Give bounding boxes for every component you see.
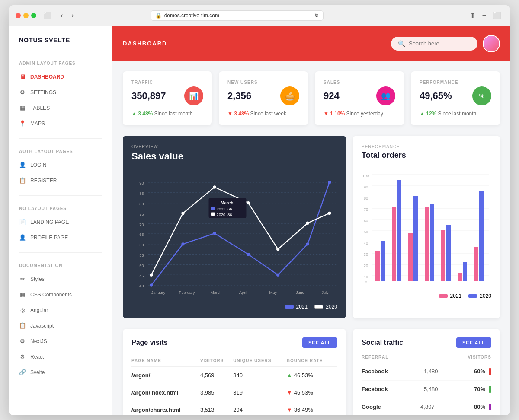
svg-text:70: 70 <box>139 222 144 226</box>
sidebar-item-react[interactable]: ⚙ React <box>9 349 112 365</box>
social-visitors: 1,480 <box>424 368 438 375</box>
avatar[interactable] <box>483 35 500 52</box>
social-see-all-btn[interactable]: SEE ALL <box>456 337 491 348</box>
social-rows: Facebook 1,480 60% Facebook 5,480 70% Go… <box>362 363 491 415</box>
stat-card-performance: PERFORMANCE 49,65% % ▲ 12% Since last mo… <box>411 71 500 125</box>
sidebar-item-tables[interactable]: ▦ TABLES <box>9 100 112 116</box>
search-input[interactable] <box>409 40 469 47</box>
minimize-dot[interactable] <box>23 13 29 18</box>
svg-point-34 <box>306 242 309 245</box>
svg-text:50: 50 <box>139 263 144 267</box>
sidebar-item-login[interactable]: 👤 LOGIN <box>9 157 112 173</box>
stat-label-traffic: TRAFFIC <box>131 80 203 85</box>
divider-1 <box>19 138 102 139</box>
sidebar-toggle-btn[interactable]: ⬜ <box>42 10 54 20</box>
svg-text:2021: 66: 2021: 66 <box>217 207 232 211</box>
svg-point-32 <box>247 252 250 255</box>
sidebar-item-label: PROFILE PAGE <box>30 235 68 241</box>
page-visits-table: PAGE NAME VISITORS UNIQUE USERS BOUNCE R… <box>131 355 337 415</box>
col-bounce: BOUNCE RATE <box>287 355 337 367</box>
sidebar-item-landing[interactable]: 📄 LANDING PAGE <box>9 214 112 230</box>
sidebar-item-styles[interactable]: ✏ Styles <box>9 271 112 287</box>
social-title: Social traffic <box>362 339 403 347</box>
sidebar-item-css[interactable]: ▦ CSS Components <box>9 287 112 302</box>
line-chart-label: OVERVIEW <box>131 144 337 149</box>
new-tab-btn[interactable]: + <box>481 10 488 20</box>
main-content: DASHBOARD 🔍 TRAFFIC <box>112 26 510 415</box>
svg-text:90: 90 <box>364 185 368 189</box>
back-btn[interactable]: ‹ <box>59 11 64 20</box>
bar-chart-card: PERFORMANCE Total orders 100 90 80 70 60… <box>353 136 500 318</box>
tabs-btn[interactable]: ⬜ <box>491 10 503 20</box>
bar-chart-svg: 100 90 80 70 60 50 40 30 20 10 0 <box>362 167 491 288</box>
legend-2021: 2021 <box>285 304 308 310</box>
svg-point-40 <box>276 248 279 251</box>
top-header: DASHBOARD 🔍 <box>112 26 510 61</box>
cell-unique: 294 <box>233 401 287 415</box>
line-chart-area: .grid-line{stroke:#3d4f6a;stroke-width:1… <box>131 169 337 299</box>
legend-label-2021: 2021 <box>296 304 308 310</box>
social-header-row: Social traffic SEE ALL <box>362 337 491 348</box>
pct-bar-wrap: 70% <box>474 386 491 393</box>
svg-rect-45 <box>211 207 215 210</box>
sidebar-item-maps[interactable]: 📍 MAPS <box>9 116 112 131</box>
svg-text:75: 75 <box>139 212 144 216</box>
share-btn[interactable]: ⬆ <box>468 10 477 20</box>
social-traffic-card: Social traffic SEE ALL REFERRAL VISITORS… <box>353 329 500 415</box>
stat-value-newusers: 2,356 <box>227 90 251 102</box>
cell-unique: 340 <box>233 366 287 384</box>
sidebar: NOTUS SVELTE ADMIN LAYOUT PAGES 🖥 DASHBO… <box>9 26 112 415</box>
forward-btn[interactable]: › <box>70 11 75 20</box>
pct-bar-wrap: 60% <box>474 368 491 375</box>
svg-rect-77 <box>430 204 434 281</box>
sidebar-item-label: CSS Components <box>30 292 72 298</box>
svg-text:July: July <box>321 290 329 295</box>
bar-legend-label-2021: 2021 <box>450 293 462 299</box>
maximize-dot[interactable] <box>31 13 36 18</box>
svg-point-36 <box>150 273 153 276</box>
search-box[interactable]: 🔍 <box>391 37 477 51</box>
sidebar-item-dashboard[interactable]: 🖥 DASHBOARD <box>9 69 112 85</box>
svg-text:70: 70 <box>364 207 368 212</box>
sidebar-item-angular[interactable]: ◎ Angular <box>9 302 112 318</box>
cell-bounce: ▼46,53% <box>287 384 337 401</box>
sidebar-item-label: LANDING PAGE <box>30 219 69 225</box>
svg-rect-76 <box>425 207 429 281</box>
page-visits-see-all-btn[interactable]: SEE ALL <box>302 337 337 348</box>
bar-legend-color-2020 <box>468 294 477 298</box>
stat-value-row-4: 49,65% % <box>420 86 491 105</box>
maps-icon: 📍 <box>19 120 26 127</box>
stat-value-row-2: 2,356 🥧 <box>227 86 299 105</box>
sidebar-item-register[interactable]: 📋 REGISTER <box>9 173 112 188</box>
section-label-nolayout: NO LAYOUT PAGES <box>9 203 112 214</box>
svg-rect-81 <box>463 262 467 281</box>
stat-icon-sales: 👥 <box>376 86 395 105</box>
section-label-auth: AUTH LAYOUT PAGES <box>9 146 112 157</box>
bar-legend-label-2020: 2020 <box>480 293 491 299</box>
browser-window: ⬜ ‹ › 🔒 demos.creative-tim.com ↻ ⬆ + ⬜ N… <box>9 5 510 415</box>
social-row: Facebook 1,480 60% <box>362 363 491 381</box>
svg-text:0: 0 <box>365 280 367 284</box>
line-chart-card: OVERVIEW Sales value .grid-line{stroke:#… <box>123 136 346 318</box>
landing-icon: 📄 <box>19 219 26 226</box>
sidebar-item-profile[interactable]: 👤 PROFILE PAGE <box>9 230 112 245</box>
svg-text:100: 100 <box>362 174 369 178</box>
sidebar-item-svelte[interactable]: 🔗 Svelte <box>9 365 112 380</box>
sidebar-item-settings[interactable]: ⚙ SETTINGS <box>9 85 112 100</box>
sidebar-logo: NOTUS SVELTE <box>9 37 112 54</box>
sidebar-item-nextjs[interactable]: ⚙ NextJS <box>9 334 112 349</box>
stat-since-performance: Since last month <box>438 111 477 117</box>
stat-label-newusers: NEW USERS <box>227 80 299 85</box>
svg-text:10: 10 <box>364 275 368 279</box>
svg-rect-79 <box>446 225 451 281</box>
cell-bounce: ▲46,53% <box>287 366 337 384</box>
svg-rect-70 <box>375 251 380 281</box>
table-header: PAGE NAME VISITORS UNIQUE USERS BOUNCE R… <box>131 355 337 367</box>
url-bar[interactable]: 🔒 demos.creative-tim.com ↻ <box>151 10 324 21</box>
stat-value-traffic: 350,897 <box>131 90 166 102</box>
sidebar-item-javascript[interactable]: 📋 Javascript <box>9 318 112 334</box>
close-dot[interactable] <box>16 13 21 18</box>
svg-point-35 <box>328 181 331 184</box>
svg-point-31 <box>213 232 216 235</box>
social-pct: 70% <box>474 386 485 392</box>
